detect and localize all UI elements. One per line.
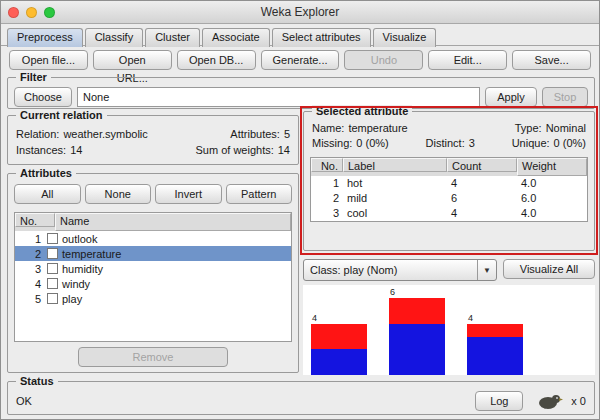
attribute-checkbox[interactable] xyxy=(47,248,58,259)
column-header-name: Name xyxy=(55,213,291,231)
remove-attribute-button: Remove xyxy=(78,347,228,367)
tab-select-attributes[interactable]: Select attributes xyxy=(272,28,371,47)
selected-attribute-panel: Selected attribute Name:temperature Type… xyxy=(303,111,595,251)
bar-segment-yes xyxy=(467,337,523,376)
apply-filter-button[interactable]: Apply xyxy=(485,87,537,107)
bar-segment-no xyxy=(389,298,445,324)
value-row-hot[interactable]: 1 hot 4 4.0 xyxy=(311,176,587,191)
bar-segment-yes xyxy=(389,324,445,375)
minimize-window-button[interactable] xyxy=(26,7,37,18)
bar-segment-yes xyxy=(311,349,367,375)
class-selector-value: Class: play (Nom) xyxy=(304,264,477,276)
histogram-bar-cool: 4 xyxy=(467,285,523,375)
bar-segment-no xyxy=(467,324,523,337)
bar-segment-no xyxy=(311,324,367,350)
close-window-button[interactable] xyxy=(8,7,19,18)
attribute-type-info: Type:Nominal xyxy=(515,121,586,136)
tab-bar: Preprocess Classify Cluster Associate Se… xyxy=(1,24,599,46)
window-title: Weka Explorer xyxy=(1,5,599,19)
current-relation-panel: Current relation Relation:weather.symbol… xyxy=(7,115,299,165)
toolbar: Open file... Open URL... Open DB... Gene… xyxy=(1,46,599,74)
column-header-no: No. xyxy=(15,213,55,227)
zoom-window-button[interactable] xyxy=(44,7,55,18)
visualize-all-button[interactable]: Visualize All xyxy=(503,259,595,279)
attributes-table: No. Name 1 outlook 2 temperature 3 humid… xyxy=(14,212,292,342)
current-relation-title: Current relation xyxy=(16,109,107,121)
log-button[interactable]: Log xyxy=(475,391,523,411)
selected-attribute-title: Selected attribute xyxy=(312,105,412,117)
bar-count-label: 6 xyxy=(389,287,445,298)
pattern-button[interactable]: Pattern xyxy=(226,184,293,204)
bar-count-label: 4 xyxy=(467,313,523,324)
attribute-row-temperature[interactable]: 2 temperature xyxy=(15,246,291,261)
histogram-bar-hot: 4 xyxy=(311,285,367,375)
column-header-no: No. xyxy=(311,158,343,172)
invert-selection-button[interactable]: Invert xyxy=(155,184,222,204)
attribute-row-play[interactable]: 5 play xyxy=(15,291,291,306)
sum-of-weights-info: Sum of weights:14 xyxy=(195,142,290,158)
values-table-header: No. Label Count Weight xyxy=(311,158,587,176)
tab-classify[interactable]: Classify xyxy=(85,28,144,47)
attributes-count-info: Attributes:5 xyxy=(230,126,290,142)
attribute-name-info: Name:temperature xyxy=(312,121,408,136)
attributes-table-header: No. Name xyxy=(15,213,291,231)
choose-filter-button[interactable]: Choose xyxy=(14,87,72,107)
attribute-checkbox[interactable] xyxy=(47,278,58,289)
attribute-checkbox[interactable] xyxy=(47,263,58,274)
tab-associate[interactable]: Associate xyxy=(202,28,270,47)
attribute-row-outlook[interactable]: 1 outlook xyxy=(15,231,291,246)
attribute-unique-info: Unique:0 (0%) xyxy=(512,136,586,151)
column-header-label: Label xyxy=(343,158,447,172)
attribute-row-humidity[interactable]: 3 humidity xyxy=(15,261,291,276)
open-db-button[interactable]: Open DB... xyxy=(177,50,256,70)
open-url-button[interactable]: Open URL... xyxy=(93,50,172,70)
attribute-missing-info: Missing:0 (0%) xyxy=(312,136,389,151)
tab-cluster[interactable]: Cluster xyxy=(145,28,200,47)
stop-filter-button: Stop xyxy=(542,87,588,107)
column-header-count: Count xyxy=(447,158,517,172)
attribute-distinct-info: Distinct:3 xyxy=(426,136,475,151)
filter-title: Filter xyxy=(16,71,51,83)
tab-visualize[interactable]: Visualize xyxy=(373,28,437,47)
value-row-mild[interactable]: 2 mild 6 6.0 xyxy=(311,191,587,206)
attribute-row-windy[interactable]: 4 windy xyxy=(15,276,291,291)
attribute-histogram: 4 6 4 xyxy=(303,285,595,375)
histogram-bar-mild: 6 xyxy=(389,285,445,375)
instances-info: Instances:14 xyxy=(16,142,82,158)
weka-explorer-window: Weka Explorer Preprocess Classify Cluste… xyxy=(0,0,600,420)
save-button[interactable]: Save... xyxy=(512,50,591,70)
window-controls xyxy=(1,7,55,18)
titlebar: Weka Explorer xyxy=(1,1,599,24)
value-row-cool[interactable]: 3 cool 4 4.0 xyxy=(311,206,587,221)
attribute-checkbox[interactable] xyxy=(47,293,58,304)
class-selector-dropdown[interactable]: Class: play (Nom) ▼ xyxy=(303,259,497,281)
bar-count-label: 4 xyxy=(311,313,367,324)
edit-button[interactable]: Edit... xyxy=(428,50,507,70)
generate-button[interactable]: Generate... xyxy=(261,50,340,70)
select-all-button[interactable]: All xyxy=(14,184,81,204)
attribute-values-table: No. Label Count Weight 1 hot 4 4.0 2 mil… xyxy=(310,157,588,222)
filter-panel: Filter Choose None Apply Stop xyxy=(7,77,595,109)
filter-value-field[interactable]: None xyxy=(77,87,480,107)
undo-button: Undo xyxy=(344,50,423,70)
chevron-down-icon: ▼ xyxy=(477,260,496,280)
attribute-checkbox[interactable] xyxy=(47,233,58,244)
tab-preprocess[interactable]: Preprocess xyxy=(7,28,83,47)
column-header-weight: Weight xyxy=(517,158,587,176)
attributes-panel: Attributes All None Invert Pattern No. N… xyxy=(7,173,299,373)
weka-bird-icon xyxy=(537,392,563,410)
open-file-button[interactable]: Open file... xyxy=(9,50,88,70)
status-title: Status xyxy=(16,375,58,387)
weka-status-counter: x 0 xyxy=(571,395,586,407)
attributes-title: Attributes xyxy=(16,167,76,179)
select-none-button[interactable]: None xyxy=(85,184,152,204)
status-message: OK xyxy=(16,395,475,407)
status-panel: Status OK Log x 0 xyxy=(7,381,595,415)
relation-info: Relation:weather.symbolic xyxy=(16,126,148,142)
